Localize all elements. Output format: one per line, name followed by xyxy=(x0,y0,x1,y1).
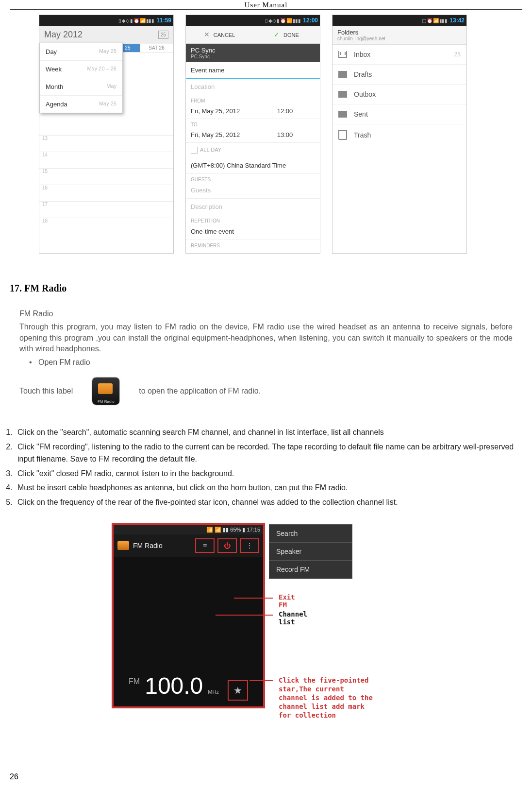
popup-agenda[interactable]: AgendaMay 25 xyxy=(40,96,122,113)
popup-week[interactable]: WeekMay 20 – 26 xyxy=(40,61,122,78)
subheading: FM Radio xyxy=(19,309,513,319)
status-icons: ▢ ⏰ 📶 ▮▮ ▮ xyxy=(422,18,447,23)
statusbar: ▯ ◆ ◇ ▮ ⏰ 📶 ▮▮ ▮ 12:00 xyxy=(186,15,320,26)
pcsync-label[interactable]: PC SyncPC Sync xyxy=(186,44,320,62)
trash-icon xyxy=(338,130,347,140)
view-popup[interactable]: DayMay 25 WeekMay 20 – 26 MonthMay Agend… xyxy=(39,43,123,113)
calendar-header[interactable]: May 2012 25 xyxy=(39,26,173,44)
step-2: Click "FM recording", listening to the r… xyxy=(15,441,517,465)
page-header: User Manual xyxy=(10,0,522,10)
status-icons: ▯ ◆ ◇ ▮ ⏰ 📶 ▮▮ ▮ xyxy=(265,18,300,23)
folder-trash[interactable]: Trash xyxy=(332,124,466,146)
anno-exit: Exit FM xyxy=(279,593,295,609)
touch-label-row: Touch this label to open the application… xyxy=(10,370,522,410)
clock: 11:59 xyxy=(156,17,171,24)
statusbar: ▯ ◆ ◇ ▮ ⏰ 📶 ▮▮ ▮ 11:59 xyxy=(39,15,173,26)
hours-grid: 13 14 15 16 17 18 xyxy=(39,135,173,234)
touch-label-left: Touch this label xyxy=(19,387,73,395)
step-1: Click on the "search", automatic scannin… xyxy=(15,426,517,439)
event-header: ✕CANCEL ✓DONE xyxy=(186,26,320,44)
today-icon[interactable]: 25 xyxy=(158,31,168,39)
guests-label: GUESTS xyxy=(186,174,320,182)
timezone-field[interactable]: (GMT+8:00) China Standard Time xyxy=(186,157,320,174)
fm-body xyxy=(114,557,263,669)
step-4: Must be insert cable headphones as anten… xyxy=(15,481,517,494)
folder-outbox[interactable]: Outbox xyxy=(332,85,466,104)
status-icons: ▯ ◆ ◇ ▮ ⏰ 📶 ▮▮ ▮ xyxy=(118,18,154,23)
folder-drafts[interactable]: Drafts xyxy=(332,65,466,85)
body-text: FM Radio Through this program, you may l… xyxy=(10,309,522,368)
event-name-input[interactable]: Event name xyxy=(186,62,320,79)
screenshots-row: ▯ ◆ ◇ ▮ ⏰ 📶 ▮▮ ▮ 11:59 May 2012 25 3 THU… xyxy=(10,10,522,258)
power-button[interactable]: ⏻ xyxy=(217,538,237,553)
folder-sent[interactable]: Sent xyxy=(332,104,466,124)
to-row[interactable]: Fri, May 25, 201213:00 xyxy=(186,127,320,143)
frequency-value: 100.0 xyxy=(145,672,203,699)
fm-dropdown-menu: Search Speaker Record FM xyxy=(269,524,352,579)
repetition-field[interactable]: One-time event xyxy=(186,223,320,240)
fm-radio-screenshot: 📶 📶 ▮▮ 65% ▮ 17:15 FM Radio ≡ ⏻ ⋮ FM 100… xyxy=(112,523,265,708)
fm-title: FM Radio xyxy=(133,542,163,549)
clock: 12:00 xyxy=(303,17,318,24)
steps-list: Click on the "search", automatic scannin… xyxy=(10,417,522,509)
clock: 13:42 xyxy=(449,17,465,24)
anno-star: Click the five-pointed star,The current … xyxy=(279,676,376,718)
from-label: FROM xyxy=(186,95,320,103)
fm-statusbar: 📶 📶 ▮▮ 65% ▮ 17:15 xyxy=(114,525,263,534)
menu-search[interactable]: Search xyxy=(269,525,352,543)
menu-speaker[interactable]: Speaker xyxy=(269,543,352,561)
menu-record[interactable]: Record FM xyxy=(269,561,352,579)
phone-mail: ▢ ⏰ 📶 ▮▮ ▮ 13:42 Folders chunlin_ing@yea… xyxy=(332,15,467,254)
statusbar: ▢ ⏰ 📶 ▮▮ ▮ 13:42 xyxy=(332,15,466,26)
fm-frequency: FM 100.0 MHz ★ xyxy=(114,669,263,706)
description-input[interactable]: Description xyxy=(186,199,320,215)
location-input[interactable]: Location xyxy=(186,79,320,95)
favorite-star-button[interactable]: ★ xyxy=(228,680,248,701)
phone-calendar: ▯ ◆ ◇ ▮ ⏰ 📶 ▮▮ ▮ 11:59 May 2012 25 3 THU… xyxy=(39,15,174,254)
done-button[interactable]: ✓DONE xyxy=(253,26,320,43)
mail-header[interactable]: Folders chunlin_ing@yeah.net xyxy=(332,26,466,45)
anno-list: Channel list xyxy=(279,610,307,626)
month-label: May 2012 xyxy=(44,30,83,40)
folder-inbox[interactable]: Inbox25 xyxy=(332,45,466,65)
popup-day[interactable]: DayMay 25 xyxy=(40,43,122,61)
menu-button[interactable]: ⋮ xyxy=(240,538,259,553)
allday-checkbox[interactable]: ALL DAY xyxy=(186,143,320,157)
step-3: Click "exit" closed FM radio, cannot lis… xyxy=(15,467,517,480)
fm-radio-icon xyxy=(92,378,119,405)
fm-header: FM Radio ≡ ⏻ ⋮ xyxy=(114,534,263,557)
guests-input[interactable]: Guests xyxy=(186,182,320,199)
inbox-icon xyxy=(338,51,347,58)
list-button[interactable]: ≡ xyxy=(195,538,215,553)
paragraph: Through this program, you may listen to … xyxy=(19,322,513,354)
popup-month[interactable]: MonthMay xyxy=(40,78,122,96)
phone-event: ▯ ◆ ◇ ▮ ⏰ 📶 ▮▮ ▮ 12:00 ✕CANCEL ✓DONE PC … xyxy=(185,15,320,254)
sent-icon xyxy=(338,111,347,118)
repetition-label: REPETITION xyxy=(186,215,320,223)
open-bullet: • Open FM radio xyxy=(19,357,513,368)
reminders-label: REMINDERS xyxy=(186,240,320,250)
cancel-button[interactable]: ✕CANCEL xyxy=(186,26,253,43)
radio-icon xyxy=(117,541,129,550)
drafts-icon xyxy=(338,71,347,78)
to-label: TO xyxy=(186,119,320,127)
outbox-icon xyxy=(338,91,347,98)
step-5: Click on the frequency of the rear of th… xyxy=(15,496,517,509)
section-title: 17. FM Radio xyxy=(10,283,522,294)
touch-label-right: to open the application of FM radio. xyxy=(139,387,261,395)
from-row[interactable]: Fri, May 25, 201212:00 xyxy=(186,103,320,119)
